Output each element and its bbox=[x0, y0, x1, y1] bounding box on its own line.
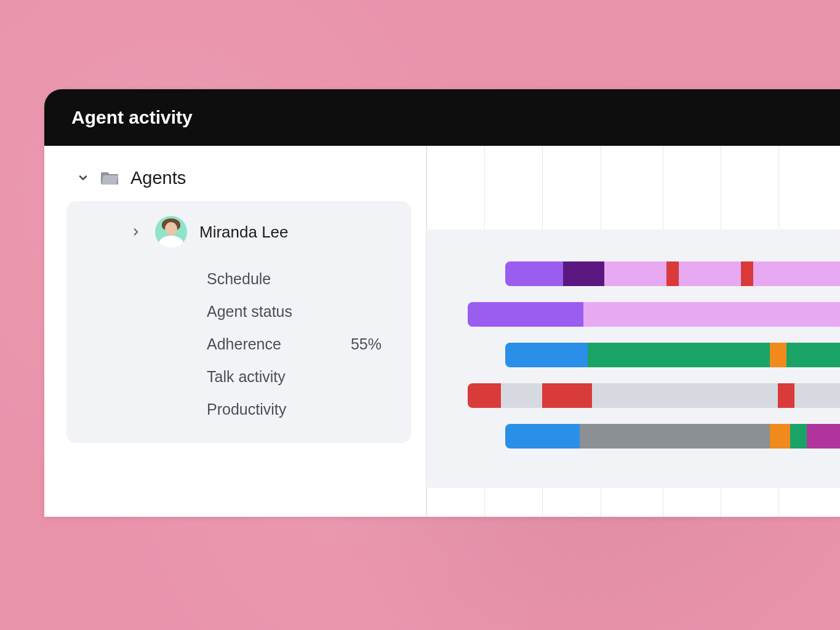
timeline-track bbox=[426, 343, 840, 367]
timeline-segment[interactable] bbox=[778, 383, 794, 408]
panel-header: Agent activity bbox=[44, 89, 840, 146]
metric-label: Schedule bbox=[207, 270, 271, 288]
timeline-track bbox=[426, 261, 840, 286]
timeline-segment[interactable] bbox=[592, 383, 778, 408]
metric-talk-activity[interactable]: Talk activity bbox=[84, 361, 394, 393]
agent-name: Miranda Lee bbox=[199, 223, 289, 242]
timeline-track bbox=[426, 383, 840, 408]
metric-label: Adherence bbox=[207, 335, 281, 353]
timeline-segment[interactable] bbox=[790, 424, 807, 449]
timeline-segment[interactable] bbox=[770, 424, 791, 449]
avatar bbox=[155, 216, 187, 248]
sidebar: Agents Miranda Lee Schedule bbox=[44, 146, 426, 517]
metric-value: 55% bbox=[351, 335, 386, 353]
agent-card: Miranda Lee Schedule Agent status Adhere… bbox=[66, 201, 411, 443]
panel-title: Agent activity bbox=[71, 107, 193, 128]
chevron-right-icon bbox=[129, 225, 143, 239]
metric-schedule[interactable]: Schedule bbox=[84, 263, 394, 295]
agents-folder-label: Agents bbox=[130, 168, 186, 188]
timeline-segment[interactable] bbox=[666, 261, 679, 286]
timeline-segment[interactable] bbox=[580, 424, 770, 449]
timeline-segment[interactable] bbox=[583, 302, 840, 327]
timeline-segment[interactable] bbox=[753, 261, 840, 286]
metric-adherence[interactable]: Adherence 55% bbox=[84, 328, 394, 361]
timeline-segment[interactable] bbox=[741, 261, 753, 286]
metric-label: Agent status bbox=[207, 303, 292, 321]
timeline-segment[interactable] bbox=[468, 302, 583, 327]
timeline-track bbox=[426, 302, 840, 327]
timeline-segment[interactable] bbox=[505, 261, 563, 286]
agents-folder-row[interactable]: Agents bbox=[66, 163, 426, 193]
timeline-segment[interactable] bbox=[807, 424, 840, 449]
timeline-segment[interactable] bbox=[468, 383, 501, 408]
timeline-segment[interactable] bbox=[679, 261, 741, 286]
timeline-segment[interactable] bbox=[563, 261, 604, 286]
timeline-track bbox=[426, 424, 840, 449]
timeline-segment[interactable] bbox=[505, 343, 588, 367]
timeline-segment[interactable] bbox=[770, 343, 786, 367]
agent-row[interactable]: Miranda Lee bbox=[84, 216, 394, 248]
folder-icon bbox=[101, 170, 119, 186]
panel-body: Agents Miranda Lee Schedule bbox=[44, 146, 840, 517]
timeline-segment[interactable] bbox=[501, 383, 542, 408]
agent-activity-panel: Agent activity Agents bbox=[44, 89, 840, 517]
metric-agent-status[interactable]: Agent status bbox=[84, 295, 394, 328]
timeline-segment[interactable] bbox=[794, 383, 840, 408]
metric-label: Talk activity bbox=[207, 368, 286, 386]
timeline-segment[interactable] bbox=[786, 343, 840, 367]
timeline-segment[interactable] bbox=[588, 343, 770, 367]
metric-label: Productivity bbox=[207, 401, 286, 418]
chevron-down-icon bbox=[76, 171, 90, 185]
timeline-segment[interactable] bbox=[604, 261, 666, 286]
timeline-chart bbox=[426, 146, 840, 517]
timeline-segment[interactable] bbox=[542, 383, 592, 408]
metric-productivity[interactable]: Productivity bbox=[84, 393, 394, 426]
timeline-segment[interactable] bbox=[505, 424, 580, 449]
